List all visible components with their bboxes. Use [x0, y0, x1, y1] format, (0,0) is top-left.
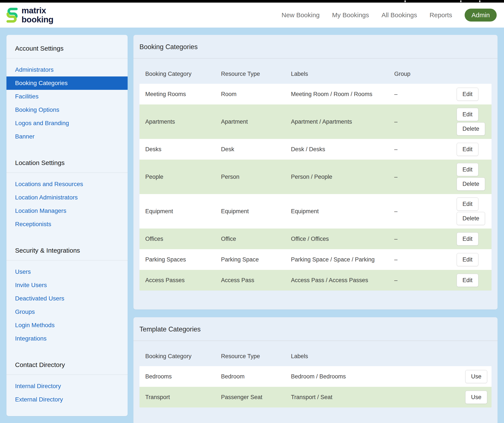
- sidebar-section-location-settings: Location SettingsLocations and Resources…: [6, 151, 128, 239]
- table-row-offices: OfficesOfficeOffice / Offices–Edit: [139, 228, 492, 249]
- table-row-meeting-rooms: Meeting RoomsRoomMeeting Room / Room / R…: [139, 84, 492, 104]
- column-header-booking-category: Booking Category: [139, 71, 215, 77]
- edit-button[interactable]: Edit: [457, 274, 478, 287]
- sidebar-item-location-managers[interactable]: Location Managers: [6, 204, 128, 218]
- top-strip-tick: [479, 0, 480, 2]
- matrix-booking-logo[interactable]: matrix booking: [6, 6, 53, 24]
- admin-button[interactable]: Admin: [465, 9, 497, 22]
- cell-resource-type: Bedroom: [215, 370, 285, 383]
- cell-resource-type: Office: [215, 232, 285, 246]
- cell-labels: Transport / Seat: [285, 390, 458, 404]
- cell-labels: Meeting Room / Room / Rooms: [285, 87, 388, 101]
- cell-booking-category: People: [139, 163, 215, 191]
- use-button[interactable]: Use: [465, 391, 487, 404]
- sidebar-item-banner[interactable]: Banner: [6, 130, 128, 143]
- booking-categories-panel: Booking Categories Booking CategoryResou…: [133, 35, 498, 309]
- column-header-labels: Labels: [285, 71, 388, 77]
- cell-actions: EditDelete: [452, 197, 492, 225]
- sidebar-item-internal-directory[interactable]: Internal Directory: [6, 380, 128, 393]
- sidebar-item-login-methods[interactable]: Login Methods: [6, 319, 128, 332]
- top-navbar: matrix booking New BookingMy BookingsAll…: [0, 3, 504, 28]
- edit-button[interactable]: Edit: [457, 163, 478, 176]
- sidebar-item-locations-and-resources[interactable]: Locations and Resources: [6, 178, 128, 191]
- edit-button[interactable]: Edit: [457, 143, 478, 156]
- cell-group: –: [388, 87, 452, 101]
- template-categories-panel: Template Categories Booking CategoryReso…: [133, 317, 498, 423]
- template-categories-title: Template Categories: [139, 325, 492, 333]
- sidebar-item-booking-options[interactable]: Booking Options: [6, 103, 128, 116]
- edit-button[interactable]: Edit: [457, 108, 478, 121]
- cell-resource-type: Equipment: [215, 197, 285, 225]
- nav-item-reports[interactable]: Reports: [430, 12, 452, 19]
- cell-booking-category: Equipment: [139, 197, 215, 225]
- cell-labels: Apartment / Apartments: [285, 108, 388, 135]
- edit-button[interactable]: Edit: [457, 88, 478, 101]
- cell-resource-type: Desk: [215, 142, 285, 156]
- page-content: Account SettingsAdministratorsBooking Ca…: [0, 28, 504, 423]
- sidebar-item-deactivated-users[interactable]: Deactivated Users: [6, 292, 128, 305]
- sidebar-item-users[interactable]: Users: [6, 265, 128, 278]
- sidebar-section-security-integrations: Security & IntegrationsUsersInvite Users…: [6, 239, 128, 353]
- table-row-apartments: ApartmentsApartmentApartment / Apartment…: [139, 104, 492, 139]
- delete-button[interactable]: Delete: [457, 212, 485, 225]
- sidebar-item-external-directory[interactable]: External Directory: [6, 393, 128, 406]
- brand-line-2: booking: [22, 15, 53, 24]
- sidebar-item-location-administrators[interactable]: Location Administrators: [6, 191, 128, 204]
- sidebar-item-groups[interactable]: Groups: [6, 305, 128, 319]
- edit-button[interactable]: Edit: [457, 253, 478, 266]
- cell-actions: EditDelete: [452, 163, 492, 191]
- sidebar-section-list: AdministratorsBooking CategoriesFaciliti…: [6, 58, 128, 151]
- cell-booking-category: Access Passes: [139, 273, 215, 287]
- cell-group: –: [388, 273, 452, 287]
- cell-group: –: [388, 197, 452, 225]
- column-header-resource-type: Resource Type: [215, 353, 285, 360]
- cell-actions: Edit: [452, 87, 492, 101]
- brand-wordmark: matrix booking: [22, 6, 53, 24]
- template-table-header: Booking CategoryResource TypeLabels: [139, 353, 492, 360]
- sidebar-section-title: Contact Directory: [6, 354, 128, 374]
- cell-actions: Use: [458, 390, 492, 404]
- edit-button[interactable]: Edit: [457, 232, 478, 245]
- delete-button[interactable]: Delete: [457, 122, 485, 135]
- main-column: Booking Categories Booking CategoryResou…: [133, 35, 498, 423]
- cell-booking-category: Desks: [139, 142, 215, 156]
- nav-item-my-bookings[interactable]: My Bookings: [332, 12, 369, 19]
- cell-group: –: [388, 163, 452, 191]
- cell-booking-category: Apartments: [139, 108, 215, 135]
- table-row-people: PeoplePersonPerson / People–EditDelete: [139, 159, 492, 194]
- cell-actions: Edit: [452, 253, 492, 266]
- nav-links: New BookingMy BookingsAll BookingsReport…: [282, 12, 452, 19]
- table-row-parking-spaces: Parking SpacesParking SpaceParking Space…: [139, 249, 492, 270]
- sidebar-item-logos-and-branding[interactable]: Logos and Branding: [6, 116, 128, 130]
- sidebar-item-receptionists[interactable]: Receptionists: [6, 218, 128, 231]
- top-black-strip: [0, 0, 504, 3]
- cell-labels: Office / Offices: [285, 232, 388, 246]
- sidebar-item-booking-categories[interactable]: Booking Categories: [6, 76, 128, 90]
- use-button[interactable]: Use: [465, 370, 487, 383]
- sidebar-item-invite-users[interactable]: Invite Users: [6, 278, 128, 292]
- column-header-resource-type: Resource Type: [215, 71, 285, 77]
- table-row-equipment: EquipmentEquipmentEquipment–EditDelete: [139, 194, 492, 228]
- table-row-desks: DesksDeskDesk / Desks–Edit: [139, 139, 492, 159]
- cell-resource-type: Room: [215, 87, 285, 101]
- sidebar-item-integrations[interactable]: Integrations: [6, 332, 128, 345]
- cell-actions: Use: [458, 370, 492, 383]
- edit-button[interactable]: Edit: [457, 197, 478, 211]
- cell-group: –: [388, 232, 452, 246]
- cell-labels: Access Pass / Access Passes: [285, 273, 388, 287]
- cell-actions: Edit: [452, 273, 492, 287]
- table-row-access-passes: Access PassesAccess PassAccess Pass / Ac…: [139, 270, 492, 291]
- template-categories-header: Template Categories: [133, 317, 498, 341]
- cell-actions: Edit: [452, 232, 492, 246]
- template-table-body: BedroomsBedroomBedroom / BedroomsUseTran…: [139, 366, 492, 407]
- column-header-actions: [452, 71, 492, 77]
- sidebar-section-title: Security & Integrations: [6, 239, 128, 260]
- matrix-booking-logo-icon: [6, 6, 18, 24]
- cell-actions: EditDelete: [452, 108, 492, 135]
- delete-button[interactable]: Delete: [457, 178, 485, 191]
- nav-item-new-booking[interactable]: New Booking: [282, 12, 320, 19]
- sidebar-item-administrators[interactable]: Administrators: [6, 63, 128, 76]
- cell-resource-type: Parking Space: [215, 253, 285, 266]
- sidebar-item-facilities[interactable]: Facilities: [6, 90, 128, 103]
- nav-item-all-bookings[interactable]: All Bookings: [382, 12, 417, 19]
